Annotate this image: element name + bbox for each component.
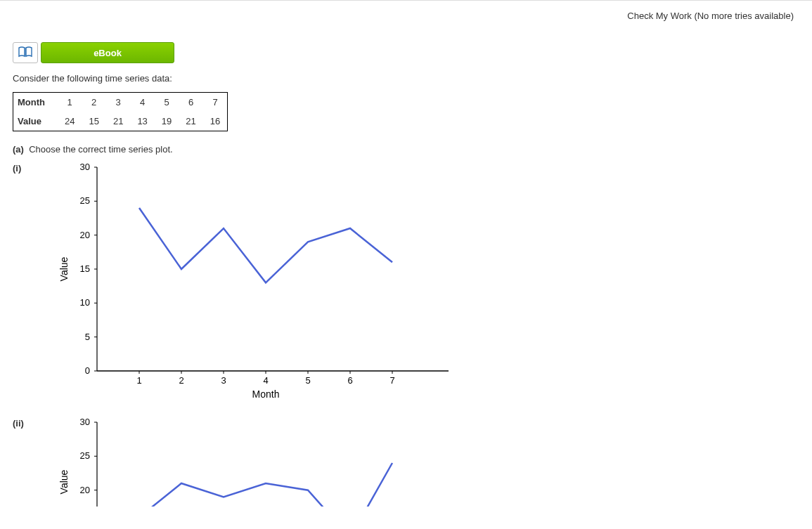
x-tick-label: 4 [263,375,268,386]
table-cell: 21 [106,112,130,131]
x-tick-label: 1 [136,375,141,386]
y-tick-label: 20 [80,230,90,240]
time-series-chart: 202530Value [55,415,449,507]
ebook-toolbar: eBook [13,42,799,63]
data-line [139,208,392,282]
row-label: Month [13,93,58,112]
part-a-line: (a) Choose the correct time series plot. [13,144,799,155]
plot-option-tag: (i) [13,160,55,174]
x-tick-label: 2 [179,375,183,386]
x-tick-label: 3 [221,375,226,386]
y-tick-label: 0 [85,365,90,376]
intro-text: Consider the following time series data: [13,73,799,84]
table-cell: 21 [179,112,202,131]
plot-option-tag: (ii) [13,415,55,429]
ebook-icon-box[interactable] [13,42,38,63]
table-row: Value24152113192116 [13,112,228,131]
data-line [139,463,392,507]
y-tick-label: 10 [80,297,90,308]
plot-option: (ii)202530Value [13,415,799,507]
y-tick-label: 25 [80,450,90,461]
ebook-button-label: eBook [94,48,122,58]
ebook-button[interactable]: eBook [41,42,174,63]
part-a-text: Choose the correct time series plot. [29,144,172,155]
row-label: Value [13,112,58,131]
y-axis-label: Value [58,469,70,494]
y-tick-label: 20 [80,485,90,495]
y-tick-label: 30 [80,417,90,427]
x-tick-label: 6 [347,375,352,386]
plot-option: (i)0510152025301234567MonthValue [13,160,799,403]
table-cell: 19 [155,112,179,131]
table-cell: 3 [106,93,130,112]
table-cell: 13 [130,112,154,131]
table-cell: 4 [130,93,154,112]
table-cell: 7 [203,93,228,112]
y-axis-label: Value [58,256,70,281]
table-row: Month1234567 [13,93,228,112]
part-a-tag: (a) [13,144,24,155]
table-cell: 24 [58,112,82,131]
x-axis-label: Month [252,388,280,400]
x-tick-label: 5 [305,375,310,386]
table-cell: 16 [203,112,228,131]
y-tick-label: 25 [80,195,90,206]
table-cell: 15 [82,112,105,131]
table-cell: 6 [179,93,202,112]
y-tick-label: 30 [80,162,90,172]
check-my-work-status: Check My Work (No more tries available) [13,8,799,42]
table-cell: 1 [58,93,82,112]
time-series-chart: 0510152025301234567MonthValue [55,160,449,403]
table-cell: 5 [155,93,179,112]
table-cell: 2 [82,93,105,112]
y-tick-label: 15 [80,263,90,274]
y-tick-label: 5 [85,332,90,342]
time-series-table: Month1234567Value24152113192116 [13,92,228,131]
x-tick-label: 7 [389,375,394,386]
book-icon [18,46,32,60]
